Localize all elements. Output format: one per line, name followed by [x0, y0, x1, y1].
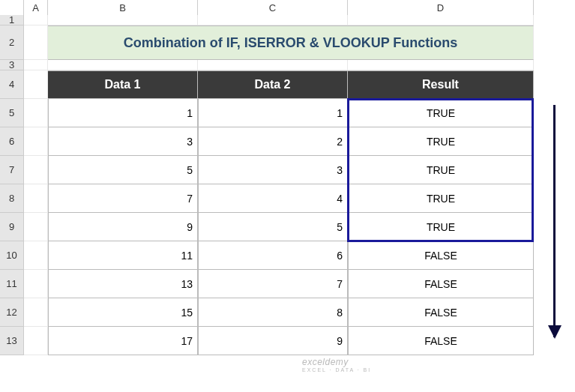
- cell-c13[interactable]: 9: [198, 327, 348, 355]
- cell-b13[interactable]: 17: [48, 327, 198, 355]
- cell-c12[interactable]: 8: [198, 298, 348, 327]
- row-3: 3: [0, 60, 575, 70]
- header-data1[interactable]: Data 1: [48, 70, 198, 99]
- cell-d11[interactable]: FALSE: [348, 270, 534, 298]
- title-cell[interactable]: Combination of IF, ISERROR & VLOOKUP Fun…: [48, 25, 534, 60]
- cell-a8[interactable]: [24, 184, 48, 213]
- cell-a11[interactable]: [24, 270, 48, 298]
- row-12: 12158FALSE: [0, 298, 575, 327]
- cell-c9[interactable]: 5: [198, 213, 348, 241]
- row-header-2[interactable]: 2: [0, 25, 24, 60]
- cell-d12[interactable]: FALSE: [348, 298, 534, 327]
- cell-a9[interactable]: [24, 213, 48, 241]
- row-7: 753TRUE: [0, 156, 575, 184]
- row-header-4[interactable]: 4: [0, 70, 24, 99]
- cell-a6[interactable]: [24, 127, 48, 156]
- header-data2[interactable]: Data 2: [198, 70, 348, 99]
- cell-c8[interactable]: 4: [198, 184, 348, 213]
- cell-b12[interactable]: 15: [48, 298, 198, 327]
- spreadsheet-grid: A B C D 1 2 Combination of IF, ISERROR &…: [0, 0, 575, 392]
- row-header-6[interactable]: 6: [0, 127, 24, 156]
- col-header-b[interactable]: B: [48, 0, 198, 15]
- row-4: 4 Data 1 Data 2 Result: [0, 70, 575, 99]
- row-13: 13179FALSE: [0, 327, 575, 355]
- row-header-3[interactable]: 3: [0, 60, 24, 70]
- column-header-row: A B C D: [0, 0, 575, 15]
- cell-b1[interactable]: [48, 15, 198, 25]
- row-header-11[interactable]: 11: [0, 270, 24, 298]
- row-8: 874TRUE: [0, 184, 575, 213]
- cell-a4[interactable]: [24, 70, 48, 99]
- cell-a5[interactable]: [24, 99, 48, 127]
- cell-b10[interactable]: 11: [48, 241, 198, 270]
- col-header-c[interactable]: C: [198, 0, 348, 15]
- row-2: 2 Combination of IF, ISERROR & VLOOKUP F…: [0, 25, 575, 60]
- cell-d9[interactable]: TRUE: [348, 213, 534, 241]
- select-all-corner[interactable]: [0, 0, 24, 15]
- header-result[interactable]: Result: [348, 70, 534, 99]
- watermark: exceldemy EXCEL · DATA · BI: [302, 357, 371, 373]
- cell-d6[interactable]: TRUE: [348, 127, 534, 156]
- row-header-9[interactable]: 9: [0, 213, 24, 241]
- cell-d7[interactable]: TRUE: [348, 156, 534, 184]
- cell-d3[interactable]: [348, 60, 534, 70]
- row-9: 995TRUE: [0, 213, 575, 241]
- row-header-8[interactable]: 8: [0, 184, 24, 213]
- row-11: 11137FALSE: [0, 270, 575, 298]
- row-header-7[interactable]: 7: [0, 156, 24, 184]
- cell-c7[interactable]: 3: [198, 156, 348, 184]
- row-6: 632TRUE: [0, 127, 575, 156]
- row-header-5[interactable]: 5: [0, 99, 24, 127]
- cell-b8[interactable]: 7: [48, 184, 198, 213]
- cell-a7[interactable]: [24, 156, 48, 184]
- cell-a10[interactable]: [24, 241, 48, 270]
- cell-d13[interactable]: FALSE: [348, 327, 534, 355]
- cell-b7[interactable]: 5: [48, 156, 198, 184]
- col-header-a[interactable]: A: [24, 0, 48, 15]
- cell-b3[interactable]: [48, 60, 198, 70]
- row-5: 511TRUE: [0, 99, 575, 127]
- row-header-13[interactable]: 13: [0, 327, 24, 355]
- row-10: 10116FALSE: [0, 241, 575, 270]
- cell-c1[interactable]: [198, 15, 348, 25]
- watermark-sub: EXCEL · DATA · BI: [302, 367, 371, 373]
- cell-a2[interactable]: [24, 25, 48, 60]
- cell-b6[interactable]: 3: [48, 127, 198, 156]
- cell-a13[interactable]: [24, 327, 48, 355]
- cell-c6[interactable]: 2: [198, 127, 348, 156]
- cell-b9[interactable]: 9: [48, 213, 198, 241]
- row-header-10[interactable]: 10: [0, 241, 24, 270]
- row-1: 1: [0, 15, 575, 25]
- cell-d1[interactable]: [348, 15, 534, 25]
- cell-b5[interactable]: 1: [48, 99, 198, 127]
- cell-c5[interactable]: 1: [198, 99, 348, 127]
- row-header-1[interactable]: 1: [0, 15, 24, 25]
- cell-d8[interactable]: TRUE: [348, 184, 534, 213]
- data-rows-container: 511TRUE632TRUE753TRUE874TRUE995TRUE10116…: [0, 99, 575, 355]
- cell-d10[interactable]: FALSE: [348, 241, 534, 270]
- watermark-main: exceldemy: [302, 357, 349, 367]
- cell-a1[interactable]: [24, 15, 48, 25]
- cell-b11[interactable]: 13: [48, 270, 198, 298]
- cell-a3[interactable]: [24, 60, 48, 70]
- cell-c3[interactable]: [198, 60, 348, 70]
- down-arrow-annotation: [553, 105, 556, 337]
- cell-a12[interactable]: [24, 298, 48, 327]
- row-header-12[interactable]: 12: [0, 298, 24, 327]
- cell-c11[interactable]: 7: [198, 270, 348, 298]
- cell-d5[interactable]: TRUE: [348, 99, 534, 127]
- cell-c10[interactable]: 6: [198, 241, 348, 270]
- col-header-d[interactable]: D: [348, 0, 534, 15]
